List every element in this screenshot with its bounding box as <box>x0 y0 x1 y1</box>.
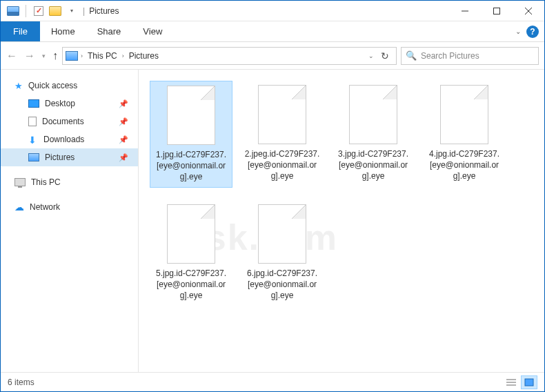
pin-icon: 📌 <box>119 99 128 108</box>
file-name: 1.jpg.id-C279F237.[eye@onionmail.org].ey… <box>153 149 229 183</box>
back-button[interactable]: ← <box>6 50 17 62</box>
app-icon <box>6 4 20 18</box>
qat-newfolder[interactable] <box>48 4 62 18</box>
sidebar-item-pictures[interactable]: Pictures 📌 <box>1 148 138 166</box>
sidebar-quick-access[interactable]: ★ Quick access <box>1 77 138 95</box>
up-button[interactable]: ↑ <box>52 50 58 62</box>
document-icon <box>28 117 37 126</box>
file-icon <box>440 85 488 144</box>
pin-icon: 📌 <box>119 153 128 162</box>
sidebar-item-label: Downloads <box>43 135 84 144</box>
file-name: 3.jpg.id-C279F237.[eye@onionmail.org].ey… <box>335 148 412 182</box>
qat-properties[interactable]: ✓ <box>32 4 46 18</box>
file-icon <box>258 85 306 144</box>
file-icon <box>167 204 215 264</box>
title-bar: ✓ ▾ | Pictures <box>1 1 544 21</box>
sidebar-item-thispc[interactable]: This PC <box>1 173 138 191</box>
forward-button[interactable]: → <box>24 50 35 62</box>
minimize-button[interactable] <box>449 1 481 21</box>
navigation-bar: ← → ▾ ↑ › This PC › Pictures ⌄ ↻ 🔍 Searc… <box>1 42 544 70</box>
item-count: 6 items <box>8 378 34 387</box>
search-icon: 🔍 <box>406 50 417 61</box>
details-view-button[interactable] <box>503 375 519 389</box>
sidebar-item-label: Documents <box>42 117 84 126</box>
close-button[interactable] <box>513 1 544 21</box>
file-item[interactable]: 1.jpg.id-C279F237.[eye@onionmail.org].ey… <box>150 81 232 188</box>
file-view[interactable]: 1.jpg.id-C279F237.[eye@onionmail.org].ey… <box>139 70 544 372</box>
chevron-right-icon[interactable]: › <box>122 52 124 59</box>
sidebar-item-documents[interactable]: Documents 📌 <box>1 112 138 130</box>
window-title: Pictures <box>89 6 119 16</box>
sidebar-item-label: Network <box>30 202 60 212</box>
file-name: 5.jpg.id-C279F237.[eye@onionmail.org].ey… <box>152 268 230 302</box>
help-icon[interactable]: ? <box>526 26 539 38</box>
pin-icon: 📌 <box>119 135 128 144</box>
file-icon <box>349 85 397 144</box>
history-dropdown[interactable]: ▾ <box>42 52 46 59</box>
file-name: 2.jpeg.id-C279F237.[eye@onionmail.org].e… <box>244 148 321 182</box>
pictures-icon <box>28 153 39 161</box>
file-grid: 1.jpg.id-C279F237.[eye@onionmail.org].ey… <box>150 81 533 305</box>
file-item[interactable]: 3.jpg.id-C279F237.[eye@onionmail.org].ey… <box>332 81 415 188</box>
file-tab[interactable]: File <box>1 21 40 41</box>
search-placeholder: Search Pictures <box>421 51 479 61</box>
address-bar[interactable]: › This PC › Pictures ⌄ ↻ <box>62 47 397 65</box>
sidebar-item-label: Desktop <box>45 99 75 108</box>
pin-icon: 📌 <box>119 117 128 126</box>
title-separator: | <box>83 6 85 16</box>
ribbon: File Home Share View ⌄ ? <box>1 21 544 42</box>
quick-access-toolbar: ✓ ▾ <box>6 4 79 18</box>
svg-rect-1 <box>494 8 500 14</box>
explorer-window: ✓ ▾ | Pictures File Home Share View ⌄ ? … <box>0 0 545 392</box>
navigation-pane: ★ Quick access Desktop 📌 Documents 📌 ⬇ D… <box>1 70 139 372</box>
file-name: 4.jpg.id-C279F237.[eye@onionmail.org].ey… <box>426 148 503 182</box>
download-icon: ⬇ <box>28 135 38 144</box>
tab-view[interactable]: View <box>132 21 173 41</box>
network-icon: ☁ <box>14 202 24 212</box>
sidebar-item-label: This PC <box>31 177 61 187</box>
refresh-button[interactable]: ↻ <box>381 50 389 61</box>
sidebar-item-downloads[interactable]: ⬇ Downloads 📌 <box>1 130 138 148</box>
search-input[interactable]: 🔍 Search Pictures <box>401 47 539 65</box>
address-dropdown[interactable]: ⌄ <box>368 52 374 59</box>
desktop-icon <box>28 99 39 108</box>
sidebar-item-desktop[interactable]: Desktop 📌 <box>1 95 138 112</box>
sidebar-item-label: Quick access <box>28 81 77 90</box>
star-icon: ★ <box>14 81 23 91</box>
file-icon <box>167 86 215 145</box>
separator <box>26 5 26 17</box>
file-item[interactable]: 2.jpeg.id-C279F237.[eye@onionmail.org].e… <box>241 81 324 188</box>
file-item[interactable]: 6.jpg.id-C279F237.[eye@onionmail.org].ey… <box>241 200 324 306</box>
file-icon <box>258 204 306 264</box>
svg-rect-7 <box>525 379 533 386</box>
status-bar: 6 items <box>1 372 544 391</box>
chevron-right-icon[interactable]: › <box>81 52 83 59</box>
computer-icon <box>14 178 26 186</box>
sidebar-item-network[interactable]: ☁ Network <box>1 198 138 216</box>
file-item[interactable]: 5.jpg.id-C279F237.[eye@onionmail.org].ey… <box>150 200 232 306</box>
qat-customize[interactable]: ▾ <box>65 4 79 18</box>
window-controls <box>449 1 544 21</box>
sidebar-item-label: Pictures <box>45 153 75 162</box>
location-icon <box>66 51 78 61</box>
maximize-button[interactable] <box>481 1 513 21</box>
tab-home[interactable]: Home <box>40 21 86 41</box>
breadcrumb-thispc[interactable]: This PC <box>86 51 119 61</box>
ribbon-expand[interactable]: ⌄ <box>515 28 521 35</box>
breadcrumb-pictures[interactable]: Pictures <box>127 51 161 61</box>
thumbnails-view-button[interactable] <box>521 375 537 389</box>
tab-share[interactable]: Share <box>86 21 132 41</box>
file-item[interactable]: 4.jpg.id-C279F237.[eye@onionmail.org].ey… <box>423 81 506 188</box>
body: pc risk.com ★ Quick access Desktop 📌 Doc… <box>1 70 544 372</box>
file-name: 6.jpg.id-C279F237.[eye@onionmail.org].ey… <box>244 268 321 302</box>
